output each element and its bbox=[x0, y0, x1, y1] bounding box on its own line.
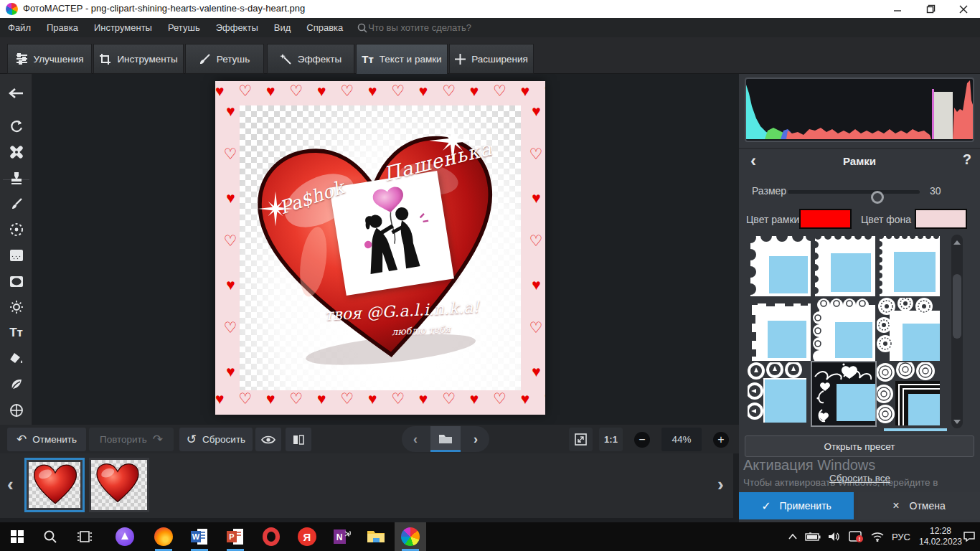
menu-view[interactable]: Вид bbox=[266, 18, 299, 37]
tab-text-frames[interactable]: Tт Текст и рамки bbox=[356, 44, 448, 76]
frame-thumbnail-mandala-corner[interactable] bbox=[877, 362, 940, 425]
restore-button[interactable] bbox=[914, 0, 947, 18]
alice-icon bbox=[116, 527, 134, 546]
tray-volume[interactable] bbox=[824, 522, 845, 551]
radial-filter-tool[interactable] bbox=[0, 217, 32, 242]
tab-tools[interactable]: Инструменты bbox=[93, 44, 184, 74]
fit-to-screen-button[interactable] bbox=[569, 428, 593, 451]
taskbar-app-opera[interactable] bbox=[255, 522, 287, 551]
brush-tool[interactable] bbox=[0, 192, 32, 216]
tray-clock[interactable]: 12:28 14.02.2023 bbox=[917, 522, 964, 551]
clone-stamp-tool[interactable] bbox=[0, 166, 32, 190]
scroll-up-button[interactable] bbox=[953, 239, 961, 245]
taskbar-search-button[interactable] bbox=[34, 522, 66, 551]
back-button[interactable] bbox=[0, 81, 32, 105]
slider-handle[interactable] bbox=[871, 191, 884, 204]
tray-wifi[interactable] bbox=[867, 522, 888, 551]
task-view-button[interactable] bbox=[69, 522, 100, 551]
menu-file[interactable]: Файл bbox=[0, 18, 39, 37]
taskbar-app-word[interactable]: W bbox=[184, 522, 215, 551]
zoom-level-value[interactable]: 44% bbox=[661, 428, 702, 451]
brightness-tool[interactable] bbox=[0, 295, 32, 319]
frame-color-swatch[interactable] bbox=[799, 209, 852, 229]
menu-retouch[interactable]: Ретушь bbox=[160, 18, 208, 37]
size-slider[interactable] bbox=[788, 190, 920, 194]
word-icon: W bbox=[190, 527, 209, 546]
canvas-area[interactable]: ♥ ♡ ♥ ♡ ♥ ♡ ♥ ♡ ♥ ♡ ♥ ♡ ♥ ♡ ♥ ♡ ♥ ♥ ♡ ♥ … bbox=[32, 74, 739, 425]
previous-photo-button[interactable]: ‹ bbox=[402, 426, 429, 452]
taskbar-app-onenote[interactable]: N bbox=[326, 522, 357, 551]
close-icon: × bbox=[892, 499, 899, 512]
search-input[interactable] bbox=[368, 22, 526, 33]
menu-edit[interactable]: Правка bbox=[39, 18, 86, 37]
frame-thumbnail-stamp-square-notch[interactable] bbox=[748, 298, 811, 361]
action-center-button[interactable] bbox=[958, 522, 980, 551]
zoom-out-button[interactable]: − bbox=[629, 428, 655, 451]
frame-thumbnail-heart-swirl-selected[interactable] bbox=[812, 362, 875, 425]
compare-before-after-button[interactable] bbox=[286, 428, 311, 451]
menu-tools[interactable]: Инструменты bbox=[86, 18, 160, 37]
frame-thumbnail-stamp-scallop-medium[interactable] bbox=[812, 233, 875, 296]
start-button[interactable] bbox=[1, 522, 33, 551]
taskbar-app-photomaster-active[interactable] bbox=[395, 522, 426, 551]
menu-help[interactable]: Справка bbox=[298, 18, 351, 37]
frame-color-label: Цвет рамки bbox=[746, 214, 799, 225]
filmstrip-scroll-left[interactable]: ‹ bbox=[7, 474, 14, 496]
taskbar-app-firefox[interactable] bbox=[148, 522, 179, 551]
filmstrip-scroll-right[interactable]: › bbox=[717, 474, 724, 496]
tray-notification[interactable]: ! bbox=[845, 522, 867, 551]
frame-thumbnail-stamp-scallop-large[interactable] bbox=[748, 233, 811, 296]
speaker-icon bbox=[828, 532, 841, 542]
redo-button[interactable]: Повторить ↷ bbox=[89, 428, 174, 451]
tray-language[interactable]: РУС bbox=[888, 522, 914, 551]
filmstrip-thumbnail-selected[interactable] bbox=[24, 458, 85, 512]
help-button[interactable]: ? bbox=[963, 151, 971, 168]
magic-wand-icon bbox=[280, 53, 292, 65]
change-background-tool[interactable] bbox=[0, 372, 32, 397]
undo-button[interactable]: ↶ Отменить bbox=[7, 428, 86, 451]
bg-color-swatch[interactable] bbox=[915, 209, 967, 229]
taskbar-app-alice[interactable] bbox=[109, 522, 141, 551]
scrollbar-thumb[interactable] bbox=[953, 274, 961, 339]
sliders-icon bbox=[16, 53, 28, 65]
tab-effects[interactable]: Эффекты bbox=[267, 44, 354, 74]
tab-enhance[interactable]: Улучшения bbox=[7, 44, 92, 74]
frame-thumbnail-ornate-circles[interactable] bbox=[748, 362, 811, 425]
next-photo-button[interactable]: › bbox=[462, 426, 489, 452]
frame-thumbnail-stamp-scallop-small[interactable] bbox=[877, 233, 940, 296]
zoom-in-button[interactable]: + bbox=[708, 428, 734, 451]
tray-expand-button[interactable] bbox=[782, 522, 804, 551]
bg-color-label: Цвет фона bbox=[861, 214, 911, 225]
edited-image[interactable]: ♥ ♡ ♥ ♡ ♥ ♡ ♥ ♡ ♥ ♡ ♥ ♡ ♥ ♡ ♥ ♡ ♥ ♥ ♡ ♥ … bbox=[215, 81, 545, 415]
vignette-tool[interactable] bbox=[0, 269, 32, 293]
taskbar-app-yandex[interactable]: Я bbox=[291, 522, 323, 551]
fill-tool[interactable] bbox=[0, 347, 32, 371]
photomaster-icon bbox=[401, 527, 420, 546]
tab-extensions[interactable]: Расширения bbox=[449, 44, 534, 74]
rotate-tool[interactable] bbox=[0, 114, 32, 138]
taskbar-app-explorer[interactable] bbox=[360, 522, 392, 551]
frame-thumbnail-lace-doily[interactable] bbox=[877, 298, 940, 361]
healing-patch-tool[interactable] bbox=[0, 140, 32, 164]
reset-all-link[interactable]: Сбросить все bbox=[829, 473, 890, 484]
frames-scrollbar[interactable] bbox=[951, 235, 963, 428]
menu-effects[interactable]: Эффекты bbox=[208, 18, 266, 37]
graduated-filter-tool[interactable] bbox=[0, 243, 32, 268]
minimize-button[interactable] bbox=[881, 0, 914, 18]
cancel-button[interactable]: × Отмена bbox=[858, 492, 980, 519]
frame-thumbnail-lace-semicircles[interactable] bbox=[812, 298, 875, 361]
scroll-down-button[interactable] bbox=[953, 418, 961, 424]
filmstrip-thumbnail[interactable] bbox=[89, 458, 149, 512]
3d-sphere-tool[interactable] bbox=[0, 398, 32, 423]
open-preset-button[interactable]: Открыть пресет bbox=[745, 435, 974, 457]
tray-battery[interactable] bbox=[802, 522, 824, 551]
zoom-100-button[interactable]: 1:1 bbox=[599, 428, 623, 451]
preview-original-button[interactable] bbox=[255, 428, 281, 451]
reset-button[interactable]: ↺ Сбросить bbox=[179, 428, 253, 451]
close-button[interactable] bbox=[947, 0, 980, 18]
apply-button[interactable]: ✓ Применить bbox=[739, 492, 854, 519]
tab-retouch[interactable]: Ретушь bbox=[185, 44, 264, 74]
text-tool[interactable]: Tт bbox=[0, 321, 32, 345]
open-folder-button[interactable] bbox=[430, 426, 461, 452]
taskbar-app-powerpoint[interactable]: P bbox=[220, 522, 251, 551]
